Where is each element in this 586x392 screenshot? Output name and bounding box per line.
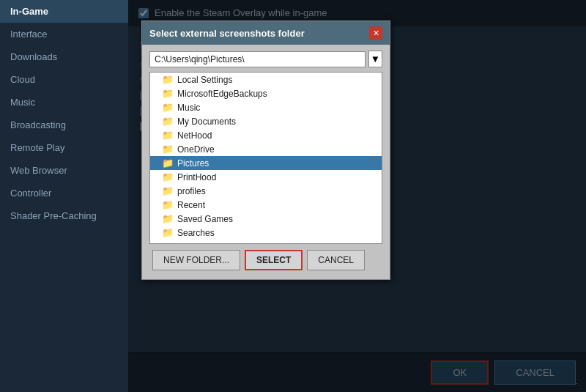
dialog-body: ▼ 📁 Local Settings 📁 MicrosoftEdgeBackup… — [142, 45, 390, 279]
sidebar-item-controller[interactable]: Controller — [0, 182, 128, 204]
resize-handle[interactable]: ⋱ — [576, 382, 585, 391]
dialog-path-row: ▼ — [149, 51, 382, 67]
folder-icon: 📁 — [162, 199, 174, 210]
tree-item-recent[interactable]: 📁 Recent — [150, 198, 382, 212]
tree-item-searches[interactable]: 📁 Searches — [150, 226, 382, 240]
folder-icon: 📁 — [162, 130, 174, 141]
sidebar-item-web-browser[interactable]: Web Browser — [0, 159, 128, 182]
main-content: Enable the Steam Overlay while in-game S… — [128, 0, 586, 392]
tree-item-music[interactable]: 📁 Music — [150, 100, 382, 114]
tree-item-pictures[interactable]: 📁 Pictures — [150, 156, 382, 170]
sidebar-item-interface[interactable]: Interface — [0, 23, 128, 45]
tree-item-local-settings[interactable]: 📁 Local Settings — [150, 73, 382, 86]
dialog-path-input[interactable] — [149, 51, 366, 67]
tree-item-my-documents[interactable]: 📁 My Documents — [150, 114, 382, 128]
folder-icon-selected: 📁 — [162, 158, 174, 169]
dialog-actions: NEW FOLDER... SELECT CANCEL — [149, 244, 382, 273]
dialog-path-dropdown-button[interactable]: ▼ — [368, 51, 382, 67]
sidebar-item-remote-play[interactable]: Remote Play — [0, 136, 128, 159]
tree-item-printhood[interactable]: 📁 PrintHood — [150, 170, 382, 184]
sidebar-item-broadcasting[interactable]: Broadcasting — [0, 114, 128, 136]
sidebar-item-shader-pre-caching[interactable]: Shader Pre-Caching — [0, 204, 128, 227]
sidebar-item-cloud[interactable]: Cloud — [0, 68, 128, 91]
tree-item-profiles[interactable]: 📁 profiles — [150, 184, 382, 198]
folder-icon: 📁 — [162, 227, 174, 238]
folder-dialog: Select external screenshots folder ✕ ▼ 📁… — [141, 21, 390, 280]
tree-item-onedrive[interactable]: 📁 OneDrive — [150, 142, 382, 156]
dialog-cancel-button[interactable]: CANCEL — [307, 250, 365, 270]
folder-icon: 📁 — [162, 102, 174, 113]
folder-icon: 📁 — [162, 144, 174, 155]
sidebar: In-Game Interface Downloads Cloud Music … — [0, 0, 128, 392]
folder-tree[interactable]: 📁 Local Settings 📁 MicrosoftEdgeBackups … — [149, 72, 382, 244]
sidebar-item-in-game[interactable]: In-Game — [0, 0, 128, 23]
tree-item-nethood[interactable]: 📁 NetHood — [150, 128, 382, 142]
folder-icon: 📁 — [162, 185, 174, 196]
folder-icon: 📁 — [162, 74, 174, 85]
new-folder-button[interactable]: NEW FOLDER... — [152, 250, 240, 270]
folder-icon: 📁 — [162, 171, 174, 182]
folder-icon: 📁 — [162, 88, 174, 99]
folder-icon: 📁 — [162, 213, 174, 224]
select-button[interactable]: SELECT — [245, 250, 303, 270]
dialog-title: Select external screenshots folder — [149, 28, 305, 39]
dialog-close-button[interactable]: ✕ — [369, 26, 382, 40]
sidebar-item-downloads[interactable]: Downloads — [0, 45, 128, 68]
folder-icon: 📁 — [162, 116, 174, 127]
dialog-title-bar: Select external screenshots folder ✕ — [142, 21, 390, 45]
dialog-overlay: Select external screenshots folder ✕ ▼ 📁… — [128, 0, 586, 392]
sidebar-item-music[interactable]: Music — [0, 91, 128, 114]
tree-item-microsoftedgebackups[interactable]: 📁 MicrosoftEdgeBackups — [150, 86, 382, 100]
tree-item-saved-games[interactable]: 📁 Saved Games — [150, 212, 382, 226]
